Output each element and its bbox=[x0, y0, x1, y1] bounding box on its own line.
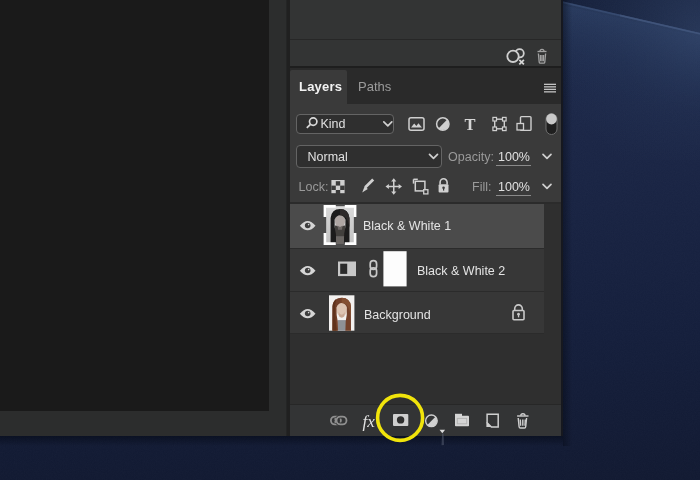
svg-text:T: T bbox=[464, 115, 475, 134]
svg-text:fx: fx bbox=[363, 412, 376, 431]
